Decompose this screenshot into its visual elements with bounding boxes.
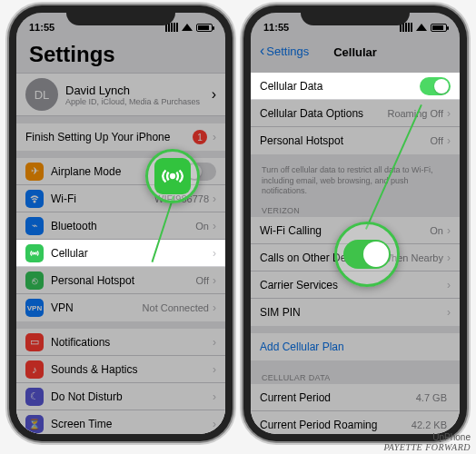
- finish-setup-label: Finish Setting Up Your iPhone: [25, 131, 193, 143]
- apple-id-row[interactable]: DL David Lynch Apple ID, iCloud, Media &…: [16, 73, 225, 116]
- screen-settings: 11:55 Settings DL David Lynch Apple ID, …: [16, 13, 225, 434]
- screentime-label: Screen Time: [51, 418, 213, 430]
- cellular-data-label: Cellular Data: [260, 80, 420, 93]
- notifications-icon: ▭: [25, 333, 44, 351]
- back-button[interactable]: ‹ Settings: [260, 44, 309, 58]
- notifications-label: Notifications: [51, 336, 213, 349]
- toggle-on-icon: [343, 240, 391, 269]
- svg-point-0: [34, 201, 35, 202]
- sim-pin-row[interactable]: SIM PIN ›: [251, 299, 460, 326]
- notch: [301, 5, 410, 25]
- status-icons: [400, 23, 447, 32]
- finish-setup-badge: 1: [193, 130, 207, 144]
- notifications-row[interactable]: ▭ Notifications ›: [16, 329, 225, 356]
- chevron-right-icon: ›: [213, 220, 216, 232]
- profile-text: David Lynch Apple ID, iCloud, Media & Pu…: [65, 84, 212, 106]
- dnd-label: Do Not Disturb: [51, 390, 213, 403]
- settings-content: DL David Lynch Apple ID, iCloud, Media &…: [16, 73, 225, 434]
- svg-point-1: [34, 252, 35, 254]
- battery-icon: [196, 24, 213, 32]
- chevron-left-icon: ‹: [260, 44, 264, 58]
- watermark: UpPhone PAYETTE FORWARD: [383, 432, 471, 452]
- phone-right: 11:55 ‹ Settings Cellular Cellular Data: [243, 5, 467, 441]
- profile-name: David Lynch: [65, 84, 212, 97]
- chevron-right-icon: ›: [447, 252, 451, 264]
- cellular-data-options-row[interactable]: Cellular Data Options Roaming Off ›: [251, 100, 460, 127]
- page-title: Settings: [16, 38, 225, 73]
- back-label: Settings: [266, 44, 309, 58]
- profile-subtitle: Apple ID, iCloud, Media & Purchases: [65, 97, 212, 106]
- wifi-icon: [416, 24, 427, 31]
- cellular-antenna-icon: [154, 158, 191, 194]
- svg-point-2: [171, 174, 174, 178]
- bluetooth-icon: ⌁: [25, 217, 44, 235]
- bluetooth-row[interactable]: ⌁ Bluetooth On ›: [16, 212, 225, 240]
- screentime-icon: ⏳: [25, 415, 44, 433]
- status-icons: [165, 23, 213, 32]
- current-period-row[interactable]: Current Period 4.7 GB: [251, 384, 460, 411]
- chevron-right-icon: ›: [213, 363, 216, 376]
- toggle-callout: [334, 222, 400, 287]
- sounds-icon: ♪: [25, 360, 44, 379]
- vpn-label: VPN: [51, 301, 143, 314]
- nav-bar: ‹ Settings Cellular: [251, 38, 460, 65]
- chevron-right-icon: ›: [213, 247, 216, 260]
- roaming-value: 42.2 KB: [412, 419, 447, 430]
- cellular-data-row[interactable]: Cellular Data: [251, 73, 460, 100]
- finish-setup-row[interactable]: Finish Setting Up Your iPhone 1 ›: [16, 123, 225, 151]
- hotspot-value: Off: [196, 275, 209, 286]
- wifi-label: Wi-Fi: [51, 192, 154, 205]
- cellular-row[interactable]: Cellular ›: [16, 240, 225, 267]
- watermark-line2: PAYETTE FORWARD: [383, 442, 471, 452]
- chevron-right-icon: ›: [213, 390, 216, 403]
- chevron-right-icon: ›: [447, 107, 451, 120]
- roaming-label: Current Period Roaming: [260, 419, 412, 431]
- personal-hotspot-row[interactable]: Personal Hotspot Off ›: [251, 127, 460, 154]
- sim-pin-label: SIM PIN: [260, 306, 447, 319]
- cellular-label: Cellular: [51, 247, 213, 260]
- carrier-section-header: VERIZON: [251, 201, 460, 217]
- cellular-icon: [25, 244, 44, 262]
- chevron-right-icon: ›: [213, 301, 216, 314]
- cellular-data-section-header: CELLULAR DATA: [251, 368, 460, 384]
- chevron-right-icon: ›: [447, 224, 451, 237]
- chevron-right-icon: ›: [213, 131, 216, 143]
- wifi-icon: [182, 24, 193, 31]
- bluetooth-label: Bluetooth: [51, 220, 195, 232]
- sounds-row[interactable]: ♪ Sounds & Haptics ›: [16, 356, 225, 383]
- current-period-roaming-row[interactable]: Current Period Roaming 42.2 KB: [251, 411, 460, 434]
- chevron-right-icon: ›: [213, 192, 216, 205]
- bluetooth-value: On: [195, 221, 209, 232]
- chevron-right-icon: ›: [447, 279, 451, 291]
- battery-icon: [431, 24, 447, 32]
- phone-left: 11:55 Settings DL David Lynch Apple ID, …: [9, 5, 233, 441]
- dnd-row[interactable]: ☾ Do Not Disturb ›: [16, 383, 225, 410]
- nav-title: Cellular: [333, 45, 377, 59]
- chevron-right-icon: ›: [213, 274, 216, 287]
- cellular-data-toggle[interactable]: [420, 77, 451, 95]
- wifi-calling-value: On: [430, 225, 443, 236]
- hotspot-value: Off: [431, 135, 443, 146]
- wifi-settings-icon: [25, 190, 44, 208]
- hotspot-row[interactable]: ⎋ Personal Hotspot Off ›: [16, 267, 225, 294]
- sounds-label: Sounds & Haptics: [51, 363, 213, 376]
- current-period-label: Current Period: [260, 391, 416, 404]
- chevron-right-icon: ›: [212, 86, 216, 103]
- chevron-right-icon: ›: [213, 418, 216, 430]
- status-time: 11:55: [29, 22, 55, 33]
- hotspot-label: Personal Hotspot: [51, 274, 196, 287]
- chevron-right-icon: ›: [213, 336, 216, 349]
- vpn-row[interactable]: VPN VPN Not Connected ›: [16, 294, 225, 321]
- notch: [66, 5, 175, 25]
- chevron-right-icon: ›: [447, 134, 451, 147]
- chevron-right-icon: ›: [447, 306, 451, 319]
- cellular-icon-callout: [145, 149, 200, 203]
- hotspot-icon: ⎋: [25, 271, 44, 290]
- airplane-icon: ✈: [25, 163, 44, 181]
- avatar: DL: [25, 78, 58, 111]
- cellular-data-note: Turn off cellular data to restrict all d…: [251, 162, 460, 201]
- screentime-row[interactable]: ⏳ Screen Time ›: [16, 410, 225, 434]
- add-plan-label: Add Cellular Plan: [260, 340, 451, 353]
- vpn-value: Not Connected: [143, 302, 209, 313]
- add-cellular-plan-row[interactable]: Add Cellular Plan: [251, 333, 460, 360]
